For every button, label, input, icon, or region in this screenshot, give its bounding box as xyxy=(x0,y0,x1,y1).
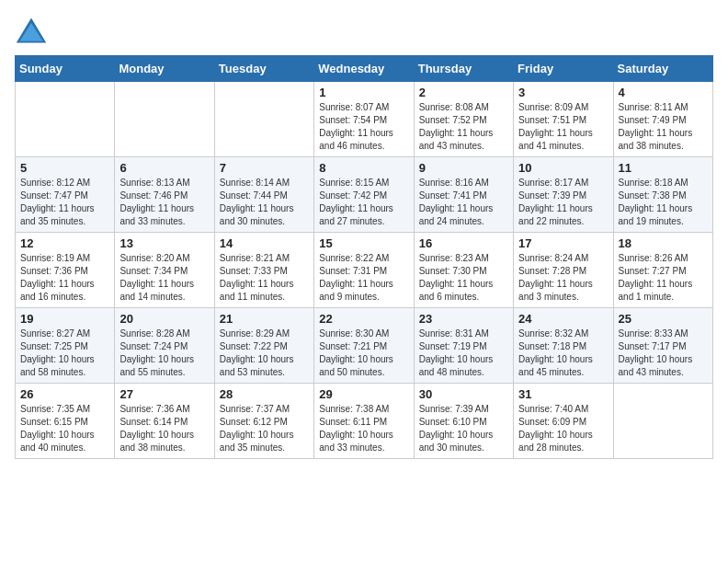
day-cell: 5Sunrise: 8:12 AM Sunset: 7:47 PM Daylig… xyxy=(16,157,115,233)
day-cell: 10Sunrise: 8:17 AM Sunset: 7:39 PM Dayli… xyxy=(514,157,613,233)
day-info: Sunrise: 7:37 AM Sunset: 6:12 PM Dayligh… xyxy=(220,403,309,454)
day-info: Sunrise: 8:29 AM Sunset: 7:22 PM Dayligh… xyxy=(220,327,309,379)
day-info: Sunrise: 8:33 AM Sunset: 7:17 PM Dayligh… xyxy=(619,327,708,379)
day-cell: 17Sunrise: 8:24 AM Sunset: 7:28 PM Dayli… xyxy=(514,233,613,308)
day-cell xyxy=(16,82,115,157)
day-number: 13 xyxy=(119,236,209,250)
day-info: Sunrise: 7:39 AM Sunset: 6:10 PM Dayligh… xyxy=(419,403,508,454)
day-number: 8 xyxy=(319,161,408,175)
day-info: Sunrise: 8:08 AM Sunset: 7:52 PM Dayligh… xyxy=(419,101,508,153)
day-number: 12 xyxy=(20,236,109,250)
day-info: Sunrise: 8:32 AM Sunset: 7:18 PM Dayligh… xyxy=(518,327,608,379)
days-of-week-row: SundayMondayTuesdayWednesdayThursdayFrid… xyxy=(16,56,713,82)
day-info: Sunrise: 8:27 AM Sunset: 7:25 PM Dayligh… xyxy=(20,327,109,379)
day-cell: 25Sunrise: 8:33 AM Sunset: 7:17 PM Dayli… xyxy=(613,308,712,384)
day-cell: 12Sunrise: 8:19 AM Sunset: 7:36 PM Dayli… xyxy=(16,233,115,308)
day-cell: 8Sunrise: 8:15 AM Sunset: 7:42 PM Daylig… xyxy=(314,157,414,233)
day-info: Sunrise: 8:18 AM Sunset: 7:38 PM Dayligh… xyxy=(619,177,708,228)
day-number: 7 xyxy=(220,161,309,175)
day-info: Sunrise: 8:15 AM Sunset: 7:42 PM Dayligh… xyxy=(319,177,408,228)
page-header xyxy=(15,15,713,48)
day-number: 24 xyxy=(518,312,608,326)
day-number: 30 xyxy=(419,387,508,401)
day-cell: 23Sunrise: 8:31 AM Sunset: 7:19 PM Dayli… xyxy=(414,308,513,384)
day-info: Sunrise: 7:38 AM Sunset: 6:11 PM Dayligh… xyxy=(319,403,408,454)
day-cell: 18Sunrise: 8:26 AM Sunset: 7:27 PM Dayli… xyxy=(613,233,712,308)
day-info: Sunrise: 8:30 AM Sunset: 7:21 PM Dayligh… xyxy=(319,327,408,379)
day-number: 4 xyxy=(619,86,708,99)
day-info: Sunrise: 8:13 AM Sunset: 7:46 PM Dayligh… xyxy=(119,177,209,228)
day-number: 31 xyxy=(518,387,608,401)
day-info: Sunrise: 8:11 AM Sunset: 7:49 PM Dayligh… xyxy=(619,101,708,153)
day-info: Sunrise: 8:16 AM Sunset: 7:41 PM Dayligh… xyxy=(419,177,508,228)
day-info: Sunrise: 8:23 AM Sunset: 7:30 PM Dayligh… xyxy=(419,252,508,304)
day-cell: 26Sunrise: 7:35 AM Sunset: 6:15 PM Dayli… xyxy=(16,384,115,459)
day-number: 6 xyxy=(119,161,209,175)
day-cell: 16Sunrise: 8:23 AM Sunset: 7:30 PM Dayli… xyxy=(414,233,513,308)
day-info: Sunrise: 8:07 AM Sunset: 7:54 PM Dayligh… xyxy=(319,101,408,153)
calendar-body: 1Sunrise: 8:07 AM Sunset: 7:54 PM Daylig… xyxy=(16,82,713,459)
day-number: 19 xyxy=(20,312,109,326)
day-cell: 3Sunrise: 8:09 AM Sunset: 7:51 PM Daylig… xyxy=(514,82,613,157)
day-info: Sunrise: 8:12 AM Sunset: 7:47 PM Dayligh… xyxy=(20,177,109,228)
day-cell: 31Sunrise: 7:40 AM Sunset: 6:09 PM Dayli… xyxy=(514,384,613,459)
day-number: 2 xyxy=(419,86,508,99)
day-cell: 11Sunrise: 8:18 AM Sunset: 7:38 PM Dayli… xyxy=(613,157,712,233)
day-cell: 22Sunrise: 8:30 AM Sunset: 7:21 PM Dayli… xyxy=(314,308,414,384)
day-info: Sunrise: 8:31 AM Sunset: 7:19 PM Dayligh… xyxy=(419,327,508,379)
day-cell: 13Sunrise: 8:20 AM Sunset: 7:34 PM Dayli… xyxy=(115,233,214,308)
day-cell: 24Sunrise: 8:32 AM Sunset: 7:18 PM Dayli… xyxy=(514,308,613,384)
day-cell: 27Sunrise: 7:36 AM Sunset: 6:14 PM Dayli… xyxy=(115,384,214,459)
day-number: 5 xyxy=(20,161,109,175)
week-row-4: 19Sunrise: 8:27 AM Sunset: 7:25 PM Dayli… xyxy=(16,308,713,384)
day-cell: 29Sunrise: 7:38 AM Sunset: 6:11 PM Dayli… xyxy=(314,384,414,459)
day-number: 3 xyxy=(518,86,608,99)
col-header-tuesday: Tuesday xyxy=(214,56,313,82)
col-header-thursday: Thursday xyxy=(414,56,513,82)
day-info: Sunrise: 8:14 AM Sunset: 7:44 PM Dayligh… xyxy=(220,177,309,228)
day-info: Sunrise: 8:09 AM Sunset: 7:51 PM Dayligh… xyxy=(518,101,608,153)
day-cell: 7Sunrise: 8:14 AM Sunset: 7:44 PM Daylig… xyxy=(214,157,313,233)
day-info: Sunrise: 8:22 AM Sunset: 7:31 PM Dayligh… xyxy=(319,252,408,304)
day-info: Sunrise: 8:17 AM Sunset: 7:39 PM Dayligh… xyxy=(518,177,608,228)
col-header-monday: Monday xyxy=(115,56,214,82)
week-row-1: 1Sunrise: 8:07 AM Sunset: 7:54 PM Daylig… xyxy=(16,82,713,157)
day-info: Sunrise: 8:28 AM Sunset: 7:24 PM Dayligh… xyxy=(119,327,209,379)
day-cell: 2Sunrise: 8:08 AM Sunset: 7:52 PM Daylig… xyxy=(414,82,513,157)
day-info: Sunrise: 8:26 AM Sunset: 7:27 PM Dayligh… xyxy=(619,252,708,304)
day-cell: 14Sunrise: 8:21 AM Sunset: 7:33 PM Dayli… xyxy=(214,233,313,308)
day-number: 20 xyxy=(119,312,209,326)
day-number: 16 xyxy=(419,236,508,250)
day-number: 22 xyxy=(319,312,408,326)
day-cell xyxy=(214,82,313,157)
day-cell xyxy=(613,384,712,459)
day-cell: 21Sunrise: 8:29 AM Sunset: 7:22 PM Dayli… xyxy=(214,308,313,384)
day-cell: 1Sunrise: 8:07 AM Sunset: 7:54 PM Daylig… xyxy=(314,82,414,157)
day-info: Sunrise: 8:24 AM Sunset: 7:28 PM Dayligh… xyxy=(518,252,608,304)
day-cell: 4Sunrise: 8:11 AM Sunset: 7:49 PM Daylig… xyxy=(613,82,712,157)
col-header-friday: Friday xyxy=(514,56,613,82)
day-number: 10 xyxy=(518,161,608,175)
day-info: Sunrise: 8:21 AM Sunset: 7:33 PM Dayligh… xyxy=(220,252,309,304)
calendar-header: SundayMondayTuesdayWednesdayThursdayFrid… xyxy=(16,56,713,82)
day-cell xyxy=(115,82,214,157)
day-number: 25 xyxy=(619,312,708,326)
day-number: 27 xyxy=(119,387,209,401)
day-number: 14 xyxy=(220,236,309,250)
day-number: 9 xyxy=(419,161,508,175)
day-info: Sunrise: 7:35 AM Sunset: 6:15 PM Dayligh… xyxy=(20,403,109,454)
day-cell: 19Sunrise: 8:27 AM Sunset: 7:25 PM Dayli… xyxy=(16,308,115,384)
week-row-2: 5Sunrise: 8:12 AM Sunset: 7:47 PM Daylig… xyxy=(16,157,713,233)
col-header-sunday: Sunday xyxy=(16,56,115,82)
week-row-3: 12Sunrise: 8:19 AM Sunset: 7:36 PM Dayli… xyxy=(16,233,713,308)
day-number: 1 xyxy=(319,86,408,99)
day-info: Sunrise: 8:20 AM Sunset: 7:34 PM Dayligh… xyxy=(119,252,209,304)
logo xyxy=(15,15,51,48)
calendar-table: SundayMondayTuesdayWednesdayThursdayFrid… xyxy=(15,55,713,459)
day-number: 11 xyxy=(619,161,708,175)
col-header-wednesday: Wednesday xyxy=(314,56,414,82)
logo-icon xyxy=(15,15,48,48)
day-info: Sunrise: 8:19 AM Sunset: 7:36 PM Dayligh… xyxy=(20,252,109,304)
day-cell: 28Sunrise: 7:37 AM Sunset: 6:12 PM Dayli… xyxy=(214,384,313,459)
day-cell: 30Sunrise: 7:39 AM Sunset: 6:10 PM Dayli… xyxy=(414,384,513,459)
